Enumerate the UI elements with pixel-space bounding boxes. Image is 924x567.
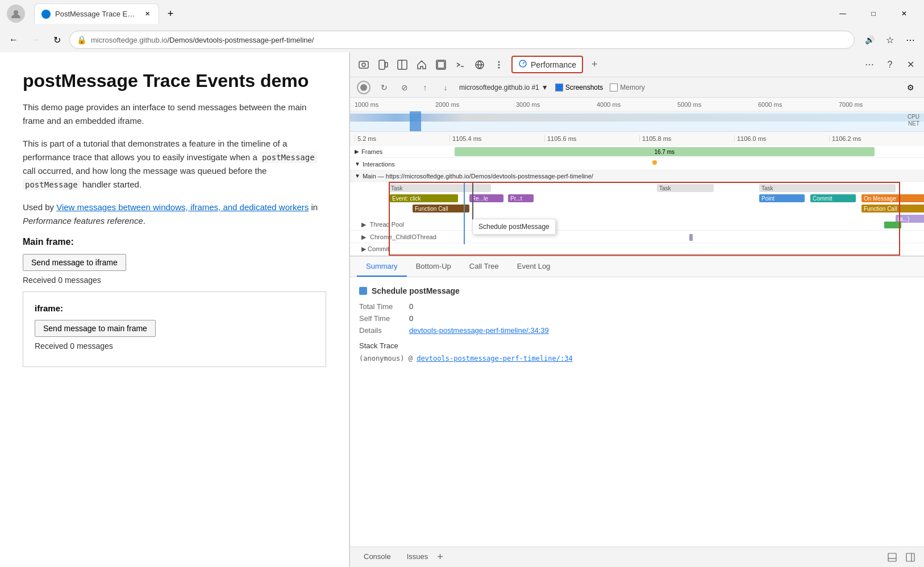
address-text: microsoftedge.github.io/Demos/devtools-p… bbox=[91, 36, 847, 44]
task-bar-2[interactable]: Task bbox=[657, 184, 714, 192]
timeline-overview[interactable]: 1000 ms 2000 ms 3000 ms 4000 ms 5000 ms … bbox=[350, 98, 924, 132]
more-button[interactable]: ⋯ bbox=[901, 31, 919, 49]
url-selector[interactable]: microsoftedge.github.io #1 ▼ bbox=[459, 84, 548, 91]
received-main-text: Received 0 messages bbox=[23, 276, 326, 285]
favorites-button[interactable]: ☆ bbox=[881, 31, 899, 49]
add-panel-button[interactable]: + bbox=[586, 57, 602, 73]
iframe-box: iframe: Send message to main frame Recei… bbox=[23, 291, 326, 367]
close-button[interactable]: ✕ bbox=[891, 5, 917, 23]
profile-icon[interactable] bbox=[7, 5, 25, 23]
minimize-button[interactable]: — bbox=[830, 5, 856, 23]
performance-icon bbox=[518, 59, 527, 70]
tab-summary[interactable]: Summary bbox=[357, 257, 407, 277]
add-console-tab-button[interactable]: + bbox=[437, 551, 443, 563]
devtools-extra-icon[interactable] bbox=[490, 56, 508, 74]
event-click-bar[interactable]: Event: click bbox=[390, 194, 458, 202]
page-title: postMessage Trace Events demo bbox=[23, 70, 326, 91]
performance-tab[interactable]: Performance bbox=[511, 56, 583, 73]
tutorial-link[interactable]: View messages between windows, iframes, … bbox=[56, 202, 309, 212]
total-time-value: 0 bbox=[409, 302, 413, 311]
desc3-pre: Used by bbox=[23, 202, 56, 212]
reload-record-icon[interactable]: ↻ bbox=[377, 81, 391, 94]
help-icon[interactable]: ? bbox=[881, 56, 899, 74]
refresh-button[interactable]: ↻ bbox=[48, 31, 66, 49]
memory-label: Memory bbox=[620, 84, 644, 91]
svg-rect-4 bbox=[385, 62, 388, 67]
active-tab[interactable]: PostMessage Trace Events demo ✕ bbox=[34, 3, 159, 24]
thread-pool-row: ▶ Thread Pool bbox=[350, 219, 924, 231]
tab-call-tree[interactable]: Call Tree bbox=[460, 257, 508, 277]
upload-icon[interactable]: ↑ bbox=[418, 81, 432, 94]
memory-option[interactable]: Memory bbox=[610, 84, 644, 91]
device-icon[interactable] bbox=[374, 56, 392, 74]
task-bar-1[interactable]: Task bbox=[389, 184, 491, 192]
back-button[interactable]: ← bbox=[5, 31, 23, 49]
more-options-icon[interactable]: ⋯ bbox=[860, 56, 879, 74]
console-tab[interactable]: Console bbox=[357, 547, 398, 567]
task-bar-3[interactable]: Task bbox=[759, 184, 896, 192]
main-thread-header: ▼ Main — https://microsoftedge.github.io… bbox=[350, 170, 924, 182]
screenshots-option[interactable]: Screenshots bbox=[555, 84, 603, 91]
schedule-tooltip: Schedule postMessage bbox=[472, 219, 556, 235]
details-link[interactable]: devtools-postmessage-perf-timeline/:34:3… bbox=[409, 326, 549, 335]
total-time-label: Total Time bbox=[359, 302, 405, 311]
issues-tab[interactable]: Issues bbox=[400, 547, 435, 567]
screen-capture-icon[interactable] bbox=[355, 56, 373, 74]
stack-link[interactable]: devtools-postmessage-perf-timeline/:34 bbox=[417, 355, 573, 362]
svg-point-12 bbox=[498, 64, 500, 65]
tab-close-button[interactable]: ✕ bbox=[143, 10, 152, 19]
ruler-label-5000: 5000 ms bbox=[677, 101, 758, 108]
rele-bar[interactable]: Re...le bbox=[469, 194, 503, 202]
frames-content: 16.7 ms bbox=[430, 145, 924, 157]
address-bar[interactable]: 🔒 microsoftedge.github.io/Demos/devtools… bbox=[69, 31, 855, 49]
prt-bar[interactable]: Pr...t bbox=[508, 194, 534, 202]
inspector-icon[interactable] bbox=[393, 56, 411, 74]
console-icon[interactable] bbox=[451, 56, 469, 74]
memory-checkbox[interactable] bbox=[610, 84, 618, 91]
close-devtools-icon[interactable]: ✕ bbox=[901, 56, 919, 74]
home-icon[interactable] bbox=[413, 56, 431, 74]
stack-trace-section: Stack Trace (anonymous) @ devtools-postm… bbox=[359, 341, 915, 364]
svg-rect-3 bbox=[379, 60, 385, 69]
function-call-bar-1[interactable]: Function Call bbox=[413, 205, 469, 212]
send-iframe-button[interactable]: Send message to iframe bbox=[23, 254, 126, 271]
on-message-bar[interactable]: On Message bbox=[861, 194, 924, 202]
page-desc-2: This is part of a tutorial that demonstr… bbox=[23, 137, 326, 191]
time-mark-1: 5.2 ms bbox=[355, 135, 449, 142]
send-main-button[interactable]: Send message to main frame bbox=[35, 320, 156, 337]
address-path: /Demos/devtools-postmessage-perf-timelin… bbox=[167, 36, 314, 44]
network-icon[interactable] bbox=[471, 56, 489, 74]
window-controls: — □ ✕ bbox=[830, 5, 917, 23]
read-aloud-button[interactable]: 🔊 bbox=[860, 31, 879, 49]
secure-icon: 🔒 bbox=[77, 35, 86, 44]
svg-point-2 bbox=[362, 63, 365, 66]
commit-label: ▶ Commit bbox=[350, 245, 464, 253]
page-desc-3: Used by View messages between windows, i… bbox=[23, 201, 326, 228]
url-selector-text: microsoftedge.github.io #1 bbox=[459, 84, 539, 91]
settings-button[interactable]: ⚙ bbox=[904, 81, 917, 94]
flame-chart[interactable]: Task Task Task Event: click Re...le bbox=[350, 182, 924, 256]
ruler-label-1000: 1000 ms bbox=[355, 101, 435, 108]
forward-button[interactable]: → bbox=[26, 31, 44, 49]
download-icon[interactable]: ↓ bbox=[439, 81, 452, 94]
elements-icon[interactable] bbox=[432, 56, 450, 74]
tab-title: PostMessage Trace Events demo bbox=[55, 10, 138, 18]
desc3-final: . bbox=[143, 216, 145, 226]
dock-bottom-icon[interactable] bbox=[885, 551, 899, 564]
function-call-bar-2[interactable]: Function Call bbox=[861, 205, 924, 212]
clear-icon[interactable]: ⊘ bbox=[398, 81, 411, 94]
record-button[interactable] bbox=[357, 81, 371, 94]
commit-bar[interactable]: Commit bbox=[810, 194, 856, 202]
timeline-selection bbox=[410, 111, 421, 132]
point-bar[interactable]: Point bbox=[759, 194, 805, 202]
ruler-label-3000: 3000 ms bbox=[516, 101, 597, 108]
net-label: NET bbox=[908, 120, 919, 127]
screenshots-checkbox[interactable] bbox=[555, 84, 563, 91]
new-tab-button[interactable]: + bbox=[161, 5, 180, 23]
tab-event-log[interactable]: Event Log bbox=[508, 257, 560, 277]
tab-bottom-up[interactable]: Bottom-Up bbox=[407, 257, 460, 277]
total-time-row: Total Time 0 bbox=[359, 302, 915, 311]
maximize-button[interactable]: □ bbox=[860, 5, 886, 23]
interactions-content bbox=[430, 158, 924, 170]
dock-right-icon[interactable] bbox=[904, 551, 917, 564]
